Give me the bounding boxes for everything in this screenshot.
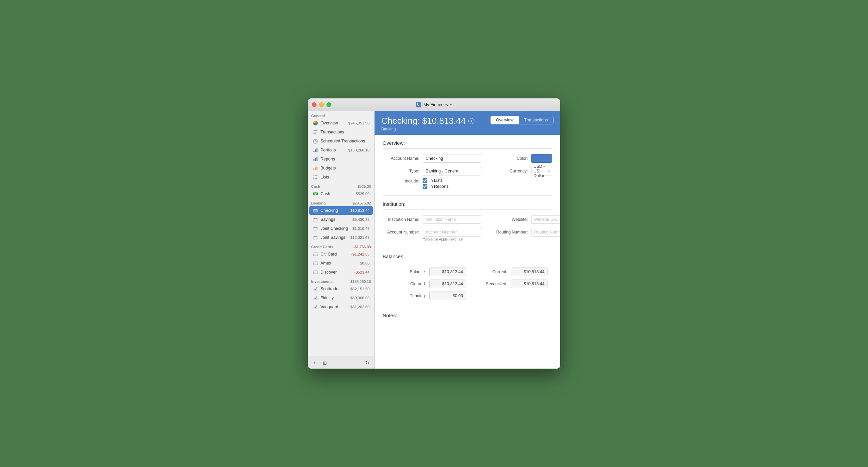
portfolio-icon	[312, 147, 318, 153]
sidebar-item-portfolio[interactable]: Portfolio $133,260.10	[309, 146, 373, 155]
include-label: Include:	[382, 178, 419, 184]
account-title-text: Checking: $10,813.44	[381, 116, 466, 126]
sidebar-label-fidelity: Fidelity	[320, 296, 348, 300]
dropdown-chevron[interactable]: ▾	[450, 102, 452, 107]
color-picker[interactable]	[531, 154, 552, 163]
include-in-reports-row: In Reports	[423, 184, 449, 189]
svg-rect-40	[313, 254, 315, 255]
reports-icon	[312, 156, 318, 162]
sidebar-item-reports[interactable]: Reports	[309, 155, 373, 163]
sidebar-item-citi[interactable]: Citi Card -$1,242.65	[309, 250, 373, 259]
account-number-input[interactable]	[423, 228, 481, 236]
refresh-button[interactable]: ↻	[364, 359, 371, 367]
panel-content: Overview: Account Name: Color: Type:	[375, 135, 560, 369]
svg-rect-9	[313, 151, 314, 152]
sidebar-amount-vanguard: $31,202.60	[350, 305, 370, 309]
sidebar-item-transactions[interactable]: Transactions	[309, 128, 373, 136]
current-input[interactable]	[511, 268, 548, 276]
discover-icon	[312, 269, 318, 275]
svg-rect-46	[313, 300, 317, 300]
scheduled-icon	[312, 138, 318, 144]
account-tabs: Overview Transactions	[490, 116, 554, 125]
cleared-input[interactable]	[429, 279, 466, 288]
info-icon[interactable]: i	[468, 118, 474, 124]
account-title-area: Checking: $10,813.44 i	[381, 116, 474, 126]
include-in-lists-checkbox[interactable]	[423, 178, 427, 183]
reconciled-label: Reconciled:	[484, 281, 507, 286]
currency-select[interactable]: USD - US Dollar ≡	[531, 167, 552, 175]
sidebar-amount-discover: -$523.44	[354, 270, 370, 274]
routing-number-input[interactable]	[531, 228, 560, 236]
sidebar-label-lists: Lists	[320, 175, 370, 179]
sidebar-item-cash[interactable]: $ Cash $525.00	[309, 190, 373, 198]
type-input[interactable]	[423, 167, 481, 175]
institution-name-row: Institution Name:	[382, 215, 481, 224]
routing-number-row: Routing Number:	[491, 228, 560, 236]
sidebar-amount-amex: $0.00	[360, 261, 370, 265]
close-button[interactable]	[312, 102, 316, 107]
sidebar-label-reports: Reports	[320, 157, 370, 162]
sidebar-item-scottrade[interactable]: Scottrade $62,151.50	[309, 285, 373, 293]
website-label: Website:	[491, 217, 528, 222]
currency-arrows-icon: ≡	[548, 169, 550, 173]
sidebar-item-savings[interactable]: Savings $5,430.22	[309, 215, 373, 224]
sidebar-label-transactions: Transactions	[320, 130, 368, 134]
sidebar-item-vanguard[interactable]: Vanguard $31,202.60	[309, 303, 373, 311]
sidebar-item-joint-checking[interactable]: Joint Checking $1,010.49	[309, 224, 373, 233]
tab-transactions[interactable]: Transactions	[519, 116, 553, 124]
sidebar-item-scheduled[interactable]: Scheduled Transactions	[309, 137, 373, 145]
sidebar-item-overview[interactable]: Overview $245,351.50	[309, 119, 373, 127]
balance-input[interactable]	[429, 268, 466, 276]
svg-rect-4	[313, 132, 317, 132]
sidebar-section-cash: Cash $525.00	[308, 182, 374, 189]
sidebar-item-discover[interactable]: Discover -$523.44	[309, 268, 373, 276]
account-number-row: Account Number:	[382, 228, 481, 236]
sidebar-item-joint-savings[interactable]: Joint Savings $12,321.67	[309, 233, 373, 242]
balance-label: Balance:	[403, 269, 426, 274]
sidebar-label-portfolio: Portfolio	[320, 148, 346, 153]
reconciled-row: Reconciled:	[484, 279, 552, 288]
reconciled-input[interactable]	[511, 279, 548, 288]
type-label: Type:	[382, 169, 419, 173]
add-account-button[interactable]: +	[311, 359, 318, 367]
citi-icon	[312, 251, 318, 257]
include-in-reports-label: In Reports	[429, 184, 449, 189]
sidebar-label-amex: Amex	[320, 261, 358, 266]
overview-icon	[312, 120, 318, 126]
svg-text:$: $	[416, 103, 418, 107]
account-header: Checking: $10,813.44 i Banking Overview …	[375, 111, 560, 135]
svg-rect-5	[313, 133, 316, 134]
app-icon: $	[416, 102, 421, 107]
include-in-reports-checkbox[interactable]	[423, 184, 427, 189]
sidebar-item-lists[interactable]: Lists	[309, 173, 373, 181]
sidebar-item-checking[interactable]: Checking $10,813.44	[309, 206, 373, 215]
balance-row: Balance:	[403, 268, 471, 276]
sidebar-item-budgets[interactable]: Budgets	[309, 164, 373, 172]
svg-rect-14	[316, 157, 317, 161]
svg-rect-12	[313, 159, 314, 161]
sidebar-amount-savings: $5,430.22	[352, 218, 370, 222]
account-name-label: Account Name:	[382, 156, 419, 161]
pending-input[interactable]	[429, 292, 466, 300]
sidebar-amount-overview: $245,351.50	[348, 121, 370, 125]
sidebar-item-fidelity[interactable]: Fidelity $39,906.00	[309, 294, 373, 302]
sidebar-amount-portfolio: $133,260.10	[348, 148, 370, 152]
tab-overview[interactable]: Overview	[491, 116, 519, 124]
notes-section-title: Notes:	[382, 312, 552, 321]
website-input[interactable]	[531, 215, 560, 224]
account-name-row: Account Name:	[382, 154, 481, 163]
sidebar-item-amex[interactable]: Amex $0.00	[309, 259, 373, 268]
minimize-button[interactable]	[319, 102, 324, 107]
window-title: $ My Finances ▾	[416, 102, 452, 107]
add-photo-button[interactable]: ⊞	[321, 359, 329, 367]
cleared-row: Cleared:	[403, 279, 471, 288]
svg-rect-47	[313, 308, 317, 309]
svg-rect-45	[313, 291, 317, 291]
maximize-button[interactable]	[327, 102, 331, 107]
joint-checking-icon	[312, 226, 318, 232]
account-name-input[interactable]	[423, 154, 481, 163]
institution-name-input[interactable]	[423, 215, 481, 224]
balances-grid: Balance: Current: Cleared: Reconciled:	[382, 268, 552, 300]
svg-rect-35	[315, 227, 317, 228]
sidebar-label-scottrade: Scottrade	[320, 287, 348, 291]
